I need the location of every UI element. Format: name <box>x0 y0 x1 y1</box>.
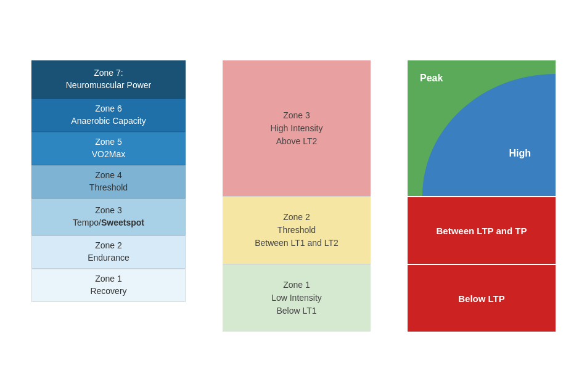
zone-1-label: Zone 1Recovery <box>90 273 126 297</box>
high-label: High <box>509 148 531 159</box>
zone-4-label: Zone 4Threshold <box>89 169 128 194</box>
zone-3-block: Zone 3Tempo/Sweetspot <box>31 198 186 235</box>
bottom-label: Below LTP <box>458 293 505 304</box>
peak-label: Peak <box>420 73 443 84</box>
zone-2-label: Zone 2Endurance <box>88 240 129 264</box>
zone-7-block: Zone 7:Neuromuscular Power <box>31 60 186 99</box>
zone-5-label: Zone 5VO2Max <box>92 136 125 160</box>
left-column: Zone 7:Neuromuscular Power Zone 6Anaerob… <box>31 60 186 302</box>
zone-6-block: Zone 6Anaerobic Capacity <box>31 99 186 132</box>
mid-zone3-block: Zone 3High IntensityAbove LT2 <box>223 60 371 196</box>
zone-7-label: Zone 7:Neuromuscular Power <box>66 67 152 91</box>
right-top-section: Peak High <box>408 60 556 196</box>
zone-2-block: Zone 2Endurance <box>31 235 186 269</box>
main-container: Zone 7:Neuromuscular Power Zone 6Anaerob… <box>0 48 587 344</box>
mid-zone3-label: Zone 3High IntensityAbove LT2 <box>271 109 323 148</box>
right-bottom-section: Below LTP <box>408 264 556 332</box>
right-mid-section: Between LTP and TP <box>408 196 556 264</box>
zone-4-block: Zone 4Threshold <box>31 165 186 198</box>
zone-1-block: Zone 1Recovery <box>31 269 186 302</box>
zone-6-label: Zone 6Anaerobic Capacity <box>71 103 146 127</box>
mid-zone1-label: Zone 1Low IntensityBelow LT1 <box>271 279 322 317</box>
mid-zone1-block: Zone 1Low IntensityBelow LT1 <box>223 264 371 332</box>
zone-3-label: Zone 3Tempo/Sweetspot <box>73 205 144 229</box>
mid-zone2-label: Zone 2ThresholdBetween LT1 and LT2 <box>255 211 339 250</box>
mid-label: Between LTP and TP <box>437 226 527 236</box>
right-column: Peak High Between LTP and TP Below LTP <box>408 60 556 332</box>
zone-5-block: Zone 5VO2Max <box>31 132 186 165</box>
mid-zone2-block: Zone 2ThresholdBetween LT1 and LT2 <box>223 196 371 264</box>
middle-column: Zone 3High IntensityAbove LT2 Zone 2Thre… <box>223 60 371 332</box>
